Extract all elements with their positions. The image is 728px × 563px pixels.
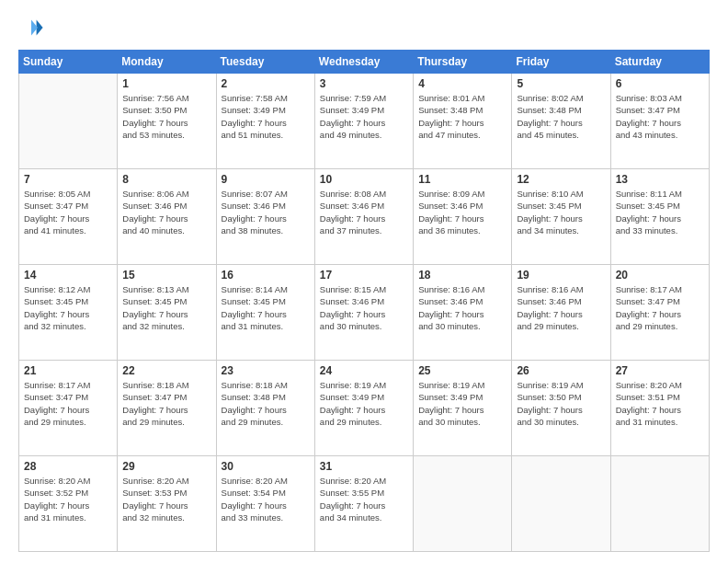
day-info: Sunrise: 8:20 AM Sunset: 3:55 PM Dayligh… [320,475,408,523]
day-info: Sunrise: 8:18 AM Sunset: 3:47 PM Dayligh… [122,379,210,428]
calendar-cell: 16Sunrise: 8:14 AM Sunset: 3:45 PM Dayli… [216,265,314,361]
day-number: 10 [320,173,408,186]
calendar-cell: 15Sunrise: 8:13 AM Sunset: 3:45 PM Dayli… [118,265,216,361]
calendar-cell: 24Sunrise: 8:19 AM Sunset: 3:49 PM Dayli… [314,361,413,456]
day-info: Sunrise: 8:01 AM Sunset: 3:48 PM Dayligh… [418,92,506,141]
day-info: Sunrise: 8:07 AM Sunset: 3:46 PM Dayligh… [222,188,310,236]
day-info: Sunrise: 8:16 AM Sunset: 3:46 PM Dayligh… [517,283,605,332]
calendar-cell: 23Sunrise: 8:18 AM Sunset: 3:48 PM Dayli… [216,361,314,456]
day-number: 6 [616,77,704,90]
page: SundayMondayTuesdayWednesdayThursdayFrid… [0,0,728,563]
week-row-4: 21Sunrise: 8:17 AM Sunset: 3:47 PM Dayli… [19,361,710,456]
day-number: 14 [24,269,112,282]
weekday-header-wednesday: Wednesday [314,51,413,74]
calendar-cell [610,456,709,552]
day-info: Sunrise: 8:20 AM Sunset: 3:52 PM Dayligh… [24,475,112,523]
day-info: Sunrise: 8:02 AM Sunset: 3:48 PM Dayligh… [517,92,605,141]
day-number: 7 [24,173,112,186]
day-number: 17 [320,269,408,282]
calendar-cell: 20Sunrise: 8:17 AM Sunset: 3:47 PM Dayli… [610,265,709,361]
calendar-cell: 6Sunrise: 8:03 AM Sunset: 3:47 PM Daylig… [610,74,709,169]
day-info: Sunrise: 8:06 AM Sunset: 3:46 PM Dayligh… [122,188,210,236]
day-info: Sunrise: 8:08 AM Sunset: 3:46 PM Dayligh… [320,188,408,236]
calendar-cell: 5Sunrise: 8:02 AM Sunset: 3:48 PM Daylig… [512,74,610,169]
day-number: 20 [616,269,704,282]
day-number: 11 [418,173,506,186]
calendar-table: SundayMondayTuesdayWednesdayThursdayFrid… [18,50,710,552]
day-number: 8 [122,173,210,186]
logo [18,15,48,40]
calendar-cell: 9Sunrise: 8:07 AM Sunset: 3:46 PM Daylig… [216,169,314,265]
day-info: Sunrise: 8:11 AM Sunset: 3:45 PM Dayligh… [616,188,704,236]
day-info: Sunrise: 8:13 AM Sunset: 3:45 PM Dayligh… [122,283,210,332]
calendar-cell [19,74,118,169]
day-info: Sunrise: 8:17 AM Sunset: 3:47 PM Dayligh… [24,379,112,428]
day-info: Sunrise: 7:58 AM Sunset: 3:49 PM Dayligh… [222,92,310,141]
day-number: 3 [320,77,408,90]
weekday-header-sunday: Sunday [19,51,118,74]
week-row-2: 7Sunrise: 8:05 AM Sunset: 3:47 PM Daylig… [19,169,710,265]
day-number: 15 [122,269,210,282]
calendar-cell: 8Sunrise: 8:06 AM Sunset: 3:46 PM Daylig… [118,169,216,265]
week-row-5: 28Sunrise: 8:20 AM Sunset: 3:52 PM Dayli… [19,456,710,552]
calendar-cell: 26Sunrise: 8:19 AM Sunset: 3:50 PM Dayli… [512,361,610,456]
day-number: 13 [616,173,704,186]
day-number: 1 [122,77,210,90]
weekday-header-thursday: Thursday [414,51,512,74]
day-number: 19 [517,269,605,282]
calendar-cell: 11Sunrise: 8:09 AM Sunset: 3:46 PM Dayli… [414,169,512,265]
day-info: Sunrise: 8:03 AM Sunset: 3:47 PM Dayligh… [616,92,704,141]
weekday-header-row: SundayMondayTuesdayWednesdayThursdayFrid… [19,51,710,74]
day-info: Sunrise: 8:18 AM Sunset: 3:48 PM Dayligh… [222,379,310,428]
day-number: 2 [222,77,310,90]
day-number: 18 [418,269,506,282]
day-number: 9 [222,173,310,186]
day-info: Sunrise: 7:56 AM Sunset: 3:50 PM Dayligh… [122,92,210,141]
weekday-header-saturday: Saturday [610,51,709,74]
day-info: Sunrise: 7:59 AM Sunset: 3:49 PM Dayligh… [320,92,408,141]
week-row-1: 1Sunrise: 7:56 AM Sunset: 3:50 PM Daylig… [19,74,710,169]
day-info: Sunrise: 8:20 AM Sunset: 3:53 PM Dayligh… [122,475,210,523]
calendar-cell: 7Sunrise: 8:05 AM Sunset: 3:47 PM Daylig… [19,169,118,265]
calendar-cell: 13Sunrise: 8:11 AM Sunset: 3:45 PM Dayli… [610,169,709,265]
day-number: 26 [517,364,605,377]
day-info: Sunrise: 8:20 AM Sunset: 3:54 PM Dayligh… [222,475,310,523]
day-number: 30 [222,460,310,473]
calendar-cell [512,456,610,552]
day-info: Sunrise: 8:20 AM Sunset: 3:51 PM Dayligh… [616,379,704,428]
calendar-cell: 28Sunrise: 8:20 AM Sunset: 3:52 PM Dayli… [19,456,118,552]
day-info: Sunrise: 8:19 AM Sunset: 3:50 PM Dayligh… [517,379,605,428]
day-info: Sunrise: 8:15 AM Sunset: 3:46 PM Dayligh… [320,283,408,332]
calendar-cell: 4Sunrise: 8:01 AM Sunset: 3:48 PM Daylig… [414,74,512,169]
header [18,15,710,40]
weekday-header-monday: Monday [118,51,216,74]
calendar-cell: 12Sunrise: 8:10 AM Sunset: 3:45 PM Dayli… [512,169,610,265]
day-number: 24 [320,364,408,377]
day-info: Sunrise: 8:16 AM Sunset: 3:46 PM Dayligh… [418,283,506,332]
day-info: Sunrise: 8:05 AM Sunset: 3:47 PM Dayligh… [24,188,112,236]
weekday-header-friday: Friday [512,51,610,74]
calendar-cell: 21Sunrise: 8:17 AM Sunset: 3:47 PM Dayli… [19,361,118,456]
day-info: Sunrise: 8:19 AM Sunset: 3:49 PM Dayligh… [320,379,408,428]
day-number: 21 [24,364,112,377]
day-number: 22 [122,364,210,377]
calendar-cell: 19Sunrise: 8:16 AM Sunset: 3:46 PM Dayli… [512,265,610,361]
calendar-cell: 10Sunrise: 8:08 AM Sunset: 3:46 PM Dayli… [314,169,413,265]
day-number: 27 [616,364,704,377]
day-number: 28 [24,460,112,473]
day-number: 5 [517,77,605,90]
day-number: 12 [517,173,605,186]
day-number: 16 [222,269,310,282]
day-number: 4 [418,77,506,90]
day-info: Sunrise: 8:10 AM Sunset: 3:45 PM Dayligh… [517,188,605,236]
calendar-cell: 27Sunrise: 8:20 AM Sunset: 3:51 PM Dayli… [610,361,709,456]
day-info: Sunrise: 8:14 AM Sunset: 3:45 PM Dayligh… [222,283,310,332]
calendar-cell: 30Sunrise: 8:20 AM Sunset: 3:54 PM Dayli… [216,456,314,552]
calendar-cell: 18Sunrise: 8:16 AM Sunset: 3:46 PM Dayli… [414,265,512,361]
calendar-cell [414,456,512,552]
logo-icon [18,15,44,40]
calendar-cell: 17Sunrise: 8:15 AM Sunset: 3:46 PM Dayli… [314,265,413,361]
calendar-cell: 3Sunrise: 7:59 AM Sunset: 3:49 PM Daylig… [314,74,413,169]
calendar-cell: 25Sunrise: 8:19 AM Sunset: 3:49 PM Dayli… [414,361,512,456]
calendar-cell: 22Sunrise: 8:18 AM Sunset: 3:47 PM Dayli… [118,361,216,456]
